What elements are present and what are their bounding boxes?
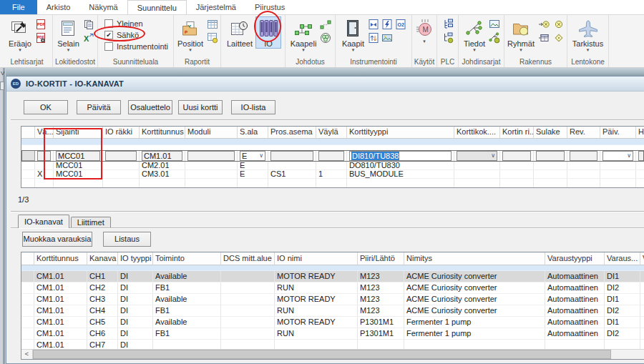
edit-field[interactable]	[37, 151, 51, 161]
cell[interactable]: CM1.01	[34, 282, 87, 293]
cell[interactable]: ACME Curiosity converter	[404, 271, 545, 282]
column-header[interactable]: Korttityyppi	[347, 127, 454, 139]
cell[interactable]: CM1.01	[34, 294, 87, 305]
cell[interactable]	[636, 170, 644, 178]
cell[interactable]: DI	[118, 271, 153, 282]
cell[interactable]	[534, 150, 567, 161]
current-row-marker[interactable]	[21, 150, 35, 161]
table-row[interactable]: CM1.01CH2DIFB1RUNM123ACME Curiosity conv…	[21, 282, 644, 294]
dialog-button-päivitä[interactable]: Päivitä	[77, 100, 121, 114]
cell[interactable]: E	[238, 170, 268, 178]
ribbon-tab-näkymä[interactable]: Näkymä	[79, 0, 127, 14]
object-circle-icon[interactable]	[552, 19, 565, 30]
ribbon-button-laitteet[interactable]: Laitteet	[225, 16, 255, 49]
object-in-icon[interactable]	[537, 19, 550, 30]
table-row[interactable]: CM1.01CH5DIAvailableMOTOR READYP1301M1Fe…	[21, 317, 644, 328]
ribbon-tab-arkisto[interactable]: Arkisto	[37, 0, 80, 14]
excel-export-icon[interactable]: X	[82, 32, 95, 44]
cell[interactable]: RUN	[275, 328, 358, 339]
column-header[interactable]: S.ala	[238, 127, 268, 139]
cell[interactable]: DI2	[605, 282, 640, 293]
pdf-settings-icon[interactable]: PDF	[34, 32, 47, 44]
cell[interactable]: P1301M1	[358, 328, 404, 339]
cell[interactable]: MCC01	[54, 162, 103, 169]
tab-io-kanavat[interactable]: IO-kanavat	[18, 215, 69, 228]
cell[interactable]: M123	[358, 271, 404, 282]
ribbon-button-eräajo[interactable]: Eräajo▾	[6, 16, 34, 53]
cell[interactable]	[103, 170, 140, 178]
cell[interactable]: Automaattinen	[545, 328, 605, 339]
cell[interactable]: DI	[118, 294, 153, 305]
valve-doc-icon[interactable]	[367, 19, 380, 30]
column-header[interactable]: Varaustyyppi	[545, 252, 605, 265]
cell[interactable]	[640, 282, 644, 293]
scrollbar-track[interactable]	[611, 350, 644, 359]
cell[interactable]: X	[35, 170, 54, 178]
scroll-left-button[interactable]: <	[21, 350, 33, 359]
cell[interactable]: ACME Curiosity converter	[404, 282, 545, 293]
cell[interactable]: CM1.01	[34, 305, 87, 316]
cell[interactable]: MOTOR READY	[275, 271, 358, 282]
cell[interactable]	[185, 170, 238, 178]
cell[interactable]: M123	[358, 282, 404, 293]
ribbon-button-positiot[interactable]: XPPositiot▾	[175, 16, 205, 53]
cell[interactable]: FB1	[153, 328, 221, 339]
combo-field[interactable]: E∨	[240, 151, 265, 161]
combo-arrow-icon[interactable]: ∨	[491, 153, 495, 159]
cell[interactable]: DI	[118, 328, 153, 339]
cell[interactable]	[500, 162, 534, 169]
table-row[interactable]: CM1.01CH6DIFB1RUNP1301M1Fermenter 1 pump…	[21, 328, 644, 340]
column-header[interactable]: Pros.asema	[268, 127, 316, 139]
ribbon-button-tarkistus[interactable]: Tarkistus▾	[570, 16, 605, 53]
cell[interactable]: DI	[118, 305, 153, 316]
edit-field[interactable]	[270, 151, 313, 161]
route-icon[interactable]	[319, 19, 332, 30]
ribbon-button-kaapeli[interactable]: Kaapeli▾	[288, 16, 319, 53]
cell[interactable]: Available	[153, 317, 221, 328]
column-header[interactable]: IO tyyppi	[118, 252, 153, 265]
cell[interactable]	[35, 150, 54, 161]
cell[interactable]	[35, 162, 54, 169]
edit-field[interactable]	[570, 151, 597, 161]
edit-field[interactable]	[638, 151, 644, 161]
cell[interactable]	[640, 317, 644, 328]
cell[interactable]	[567, 162, 600, 169]
pdf-document-icon[interactable]: PDF	[34, 19, 47, 30]
cell[interactable]	[221, 305, 275, 316]
table-row[interactable]: XMCC01CM3.01ECS11BUS_MODULE	[21, 170, 644, 179]
column-header[interactable]: IO nimi	[275, 252, 358, 265]
cell[interactable]	[640, 328, 644, 339]
cell[interactable]	[636, 150, 644, 161]
cell[interactable]: Automaattinen	[545, 271, 605, 282]
ribbon-tab-piirustus[interactable]: Piirustus	[245, 0, 294, 14]
cell[interactable]: CS1	[268, 170, 316, 178]
column-header[interactable]: DCS mitt.alue	[221, 252, 275, 265]
edit-field[interactable]	[105, 151, 137, 161]
cell[interactable]: E	[238, 162, 268, 169]
cell[interactable]	[221, 282, 275, 293]
cell[interactable]: DO810/TU830	[347, 162, 454, 169]
cell[interactable]	[21, 317, 34, 328]
cell[interactable]: DI1	[605, 294, 640, 305]
cable-section-icon[interactable]	[319, 32, 332, 44]
report-export-icon[interactable]	[206, 32, 219, 44]
combo-arrow-icon[interactable]: ∨	[259, 153, 263, 159]
dialog-button-osaluettelo[interactable]: Osaluettelo	[128, 100, 172, 114]
cell[interactable]	[21, 328, 34, 339]
cell[interactable]: Fermenter 1 pump	[404, 317, 545, 328]
column-header[interactable]: V	[640, 252, 644, 265]
cell[interactable]: RUN	[275, 282, 358, 293]
cell[interactable]	[221, 294, 275, 305]
cell[interactable]: M123	[358, 305, 404, 316]
cell[interactable]: P1301M1	[358, 317, 404, 328]
edit-field[interactable]: MCC01	[56, 151, 100, 161]
cell[interactable]: DI1	[605, 271, 640, 282]
cell[interactable]	[21, 271, 34, 282]
dialog-button-uusi-kortti[interactable]: Uusi kortti	[178, 100, 223, 114]
cell[interactable]: CM1.01	[34, 317, 87, 328]
levels-doc-icon[interactable]	[367, 32, 380, 44]
cell[interactable]: Automaattinen	[545, 294, 605, 305]
checkbox-sähkö[interactable]: ✔Sähkö	[104, 31, 168, 39]
cell[interactable]: Automaattinen	[545, 305, 605, 316]
table-row[interactable]: CM1.01CH3DIAvailableMOTOR READYM123ACME …	[21, 294, 644, 305]
